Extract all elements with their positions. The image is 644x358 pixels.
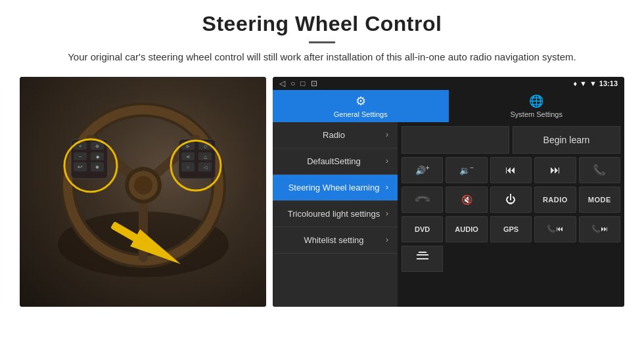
menu-item-radio[interactable]: Radio › [273, 122, 398, 148]
wifi-icon: ▼ [580, 79, 587, 87]
svg-point-8 [134, 176, 152, 194]
radio-button[interactable]: RADIO [534, 187, 576, 213]
begin-learn-button[interactable]: Begin learn [513, 126, 620, 154]
power-button[interactable]: ⏻ [490, 187, 532, 213]
radio-chevron-icon: › [386, 130, 388, 139]
menu-icon [415, 249, 430, 268]
volume-down-button[interactable]: 🔉− [446, 157, 487, 183]
audio-label: AUDIO [455, 225, 478, 233]
menu-item-default[interactable]: DefaultSetting › [273, 148, 398, 175]
controls-panel: Begin learn 🔊+ 🔉− ⏮ [398, 122, 624, 307]
system-settings-icon: 🌐 [529, 94, 543, 108]
begin-learn-empty-cell [402, 126, 509, 154]
gps-label: GPS [503, 225, 518, 233]
next-track-icon: ⏭ [550, 164, 561, 176]
steering-chevron-icon: › [386, 183, 388, 192]
svg-text:−: − [78, 154, 81, 160]
menu-item-steering-label: Steering Wheel learning [282, 183, 386, 192]
header-divider [309, 41, 335, 43]
tel-next-button[interactable]: 📞⏭ [579, 216, 620, 242]
tel-next-icon: 📞⏭ [591, 225, 608, 233]
signal-icon: ▼ [589, 79, 597, 87]
headunit-panel: ◁ ○ □ ⊡ ♦ ▼ ▼ 13:13 ⚙ General Settings [273, 77, 624, 307]
page-wrapper: Steering Wheel Control Your original car… [0, 0, 644, 313]
default-chevron-icon: › [386, 156, 388, 166]
tab-general-label: General Settings [334, 110, 388, 118]
menu-item-whitelist-label: Whitelist setting [282, 235, 386, 245]
settings-tabs: ⚙ General Settings 🌐 System Settings [273, 90, 624, 122]
svg-text:↩: ↩ [78, 164, 83, 170]
svg-text:⊳: ⊳ [186, 144, 190, 148]
svg-rect-39 [417, 258, 428, 259]
controls-row-2: 📞 🔇 ⏻ RADIO MODE [402, 187, 620, 213]
controls-row-4 [402, 246, 620, 272]
mode-button[interactable]: MODE [579, 187, 620, 213]
time-display: 13:13 [599, 79, 618, 87]
dvd-label: DVD [415, 225, 430, 233]
volume-up-button[interactable]: 🔊+ [402, 157, 443, 183]
steering-wheel-svg: + − ↩ ⊕ ◆ ✱ [51, 100, 235, 284]
mode-label: MODE [588, 196, 611, 204]
header-section: Steering Wheel Control Your original car… [0, 0, 644, 70]
menu-item-default-label: DefaultSetting [282, 156, 386, 166]
controls-row-3: DVD AUDIO GPS 📞⏮ 📞⏭ [402, 216, 620, 242]
tel-prev-icon: 📞⏮ [547, 225, 563, 233]
back-icon[interactable]: ◁ [279, 79, 285, 88]
header-subtitle: Your original car's steering wheel contr… [26, 50, 618, 65]
svg-text:○: ○ [186, 165, 189, 169]
hang-up-icon: 📞 [413, 190, 432, 209]
headunit-main: Radio › DefaultSetting › Steering Wheel … [273, 122, 624, 307]
phone-icon: 📞 [593, 164, 606, 176]
status-bar: ◁ ○ □ ⊡ ♦ ▼ ▼ 13:13 [273, 77, 624, 90]
tab-general[interactable]: ⚙ General Settings [273, 90, 449, 122]
prev-track-icon: ⏮ [505, 164, 516, 176]
location-icon: ♦ [573, 79, 577, 87]
dvd-button[interactable]: DVD [402, 216, 443, 242]
svg-text:✱: ✱ [95, 165, 99, 169]
controls-row-1: 🔊+ 🔉− ⏮ ⏭ 📞 [402, 157, 620, 183]
cast-icon: ⊡ [311, 79, 317, 88]
svg-text:+: + [78, 143, 81, 149]
begin-learn-label: Begin learn [543, 135, 590, 145]
next-track-button[interactable]: ⏭ [534, 157, 576, 183]
audio-button[interactable]: AUDIO [446, 216, 487, 242]
home-icon[interactable]: ○ [290, 79, 295, 88]
volume-down-icon: 🔉− [459, 164, 474, 175]
svg-text:⊕: ⊕ [95, 144, 99, 148]
tel-prev-button[interactable]: 📞⏮ [534, 216, 576, 242]
content-area: + − ↩ ⊕ ◆ ✱ [0, 70, 644, 313]
menu-item-radio-label: Radio [282, 130, 386, 140]
steering-wheel-bg: + − ↩ ⊕ ◆ ✱ [20, 77, 266, 307]
menu-item-steering[interactable]: Steering Wheel learning › [273, 175, 398, 201]
general-settings-icon: ⚙ [356, 94, 366, 108]
answer-phone-button[interactable]: 📞 [579, 157, 620, 183]
recent-icon[interactable]: □ [300, 79, 305, 88]
menu-list: Radio › DefaultSetting › Steering Wheel … [273, 122, 398, 307]
prev-track-button[interactable]: ⏮ [490, 157, 532, 183]
status-bar-left: ◁ ○ □ ⊡ [279, 79, 317, 88]
menu-item-whitelist[interactable]: Whitelist setting › [273, 227, 398, 254]
page-title: Steering Wheel Control [26, 12, 618, 36]
begin-learn-row: Begin learn [402, 126, 620, 154]
mute-button[interactable]: 🔇 [446, 187, 487, 213]
tab-system-label: System Settings [511, 110, 563, 118]
svg-text:⊲: ⊲ [186, 154, 190, 159]
menu-item-tricolour[interactable]: Tricoloured light settings › [273, 201, 398, 227]
hang-up-button[interactable]: 📞 [402, 187, 443, 213]
whitelist-chevron-icon: › [386, 235, 388, 244]
tab-system[interactable]: 🌐 System Settings [449, 90, 625, 122]
menu-item-tricolour-label: Tricoloured light settings [282, 209, 386, 219]
volume-up-icon: 🔊+ [415, 164, 430, 175]
steering-wheel-container: + − ↩ ⊕ ◆ ✱ [20, 77, 266, 307]
gps-button[interactable]: GPS [490, 216, 532, 242]
mute-icon: 🔇 [461, 194, 472, 205]
menu-icon-button[interactable] [402, 246, 443, 272]
radio-label: RADIO [543, 196, 568, 204]
svg-rect-38 [417, 254, 428, 256]
tricolour-chevron-icon: › [386, 209, 388, 218]
status-bar-right: ♦ ▼ ▼ 13:13 [573, 79, 618, 87]
power-icon: ⏻ [505, 194, 516, 206]
